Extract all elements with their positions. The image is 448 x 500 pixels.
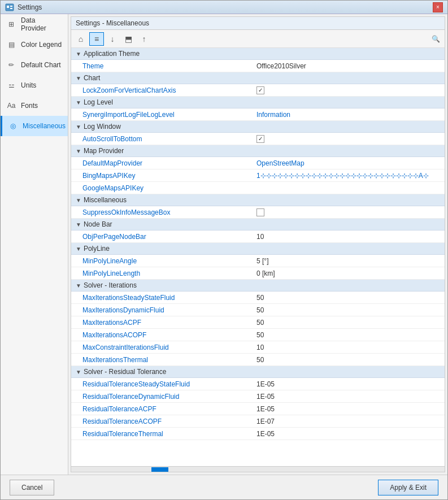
prop-name-maxiterationsdynamicfluid: MaxIterationsDynamicFluid <box>71 305 252 315</box>
table-row: AutoScrollToBottom <box>71 133 445 145</box>
table-row: DefaultMapProviderOpenStreetMap <box>71 157 445 169</box>
table-row: BingMapsAPIKey1⊹⊹⊹⊹⊹⊹⊹⊹⊹⊹⊹⊹⊹⊹⊹⊹⊹⊹⊹⊹⊹⊹⊹⊹⊹… <box>71 169 445 182</box>
section-header-log-window[interactable]: ▼ Log Window <box>71 121 445 133</box>
miscellaneous-icon: ◎ <box>8 121 18 131</box>
section-header-application-theme[interactable]: ▼ Application Theme <box>71 48 445 60</box>
prop-name-defaultmapprovider: DefaultMapProvider <box>71 158 252 168</box>
prop-name-lockzoomforverticalchartaxis: LockZoomForVerticalChartAxis <box>71 85 252 95</box>
prop-value-residualtoleranceacpf: 1E-05 <box>252 404 445 414</box>
prop-name-minpolylinelength: MinPolyLineLength <box>71 268 252 279</box>
toolbar-upload-btn[interactable]: ↑ <box>137 32 151 46</box>
sidebar-item-color-legend[interactable]: ▤ Color Legend <box>1 34 68 55</box>
prop-name-residualtolerancesteadystatefluid: ResidualToleranceSteadyStateFluid <box>71 379 252 389</box>
table-row: MaxIterationsSteadyStateFluid50 <box>71 292 445 304</box>
section-header-solver-iterations[interactable]: ▼ Solver - Iterations <box>71 280 445 292</box>
section-header-poly-line[interactable]: ▼ PolyLine <box>71 243 445 255</box>
title-bar: Settings × <box>1 1 447 14</box>
prop-name-maxiterationsacpf: MaxIterationsACPF <box>71 318 252 328</box>
table-row: MaxIterationsACOPF50 <box>71 329 445 341</box>
settings-title: Settings - Miscellaneous <box>71 17 445 30</box>
sidebar-label-color-legend: Color Legend <box>21 41 62 49</box>
prop-name-maxiterationsacopf: MaxIterationsACOPF <box>71 330 252 340</box>
apply-exit-button[interactable]: Apply & Exit <box>378 480 438 495</box>
section-header-chart[interactable]: ▼ Chart <box>71 72 445 84</box>
prop-checkbox-suppressokinfomessagebox[interactable] <box>252 207 269 218</box>
sidebar: ⊞ Data Provider ▤ Color Legend ✏ Default… <box>1 14 68 475</box>
toolbar-home-btn[interactable]: ⌂ <box>73 32 88 46</box>
sidebar-item-default-chart[interactable]: ✏ Default Chart <box>1 55 68 75</box>
section-header-map-provider[interactable]: ▼ Map Provider <box>71 145 445 157</box>
table-row: ObjPerPageNodeBar10 <box>71 231 445 243</box>
table-row: ResidualToleranceSteadyStateFluid1E-05 <box>71 378 445 390</box>
toolbar-export-btn[interactable]: ⬒ <box>121 32 136 46</box>
section-header-miscellaneous[interactable]: ▼ Miscellaneous <box>71 194 445 206</box>
prop-value-maxiterationsacopf: 50 <box>252 330 445 340</box>
settings-panel: Settings - Miscellaneous ⌂ ≡ ↓ ⬒ ↑ 🔍 ▼ A… <box>71 16 445 472</box>
section-label-log-level: Log Level <box>84 98 113 106</box>
units-icon: ⚍ <box>6 80 16 90</box>
sidebar-item-data-provider[interactable]: ⊞ Data Provider <box>1 14 68 34</box>
toolbar-list-btn[interactable]: ≡ <box>89 32 104 46</box>
prop-name-residualtolerancethermal: ResidualToleranceThermal <box>71 429 252 439</box>
svg-rect-2 <box>10 6 12 7</box>
horizontal-scrollbar[interactable] <box>71 466 445 472</box>
section-label-application-theme: Application Theme <box>84 50 140 58</box>
prop-value-maxiterationsthermal: 50 <box>252 355 445 365</box>
checkbox-display <box>256 135 264 143</box>
prop-value-minpolylinelength: 0 [km] <box>252 268 445 279</box>
prop-value-minpolylineangle: 5 [°] <box>252 256 445 266</box>
sidebar-item-units[interactable]: ⚍ Units <box>1 75 68 95</box>
data-provider-icon: ⊞ <box>6 19 16 29</box>
toolbar-download-btn[interactable]: ↓ <box>105 32 120 46</box>
prop-value-residualtolerancesteadystatefluid: 1E-05 <box>252 379 445 389</box>
main-window: Settings × ⊞ Data Provider ▤ Color Legen… <box>0 0 448 500</box>
prop-value-maxiterationsacpf: 50 <box>252 318 445 328</box>
h-scroll-thumb[interactable] <box>151 467 168 472</box>
prop-name-maxiterationsthermal: MaxIterationsThermal <box>71 355 252 365</box>
close-button[interactable]: × <box>433 2 443 12</box>
sidebar-item-fonts[interactable]: Aa Fonts <box>1 95 68 116</box>
section-label-chart: Chart <box>84 74 100 82</box>
section-header-node-bar[interactable]: ▼ Node Bar <box>71 219 445 231</box>
settings-toolbar: ⌂ ≡ ↓ ⬒ ↑ 🔍 <box>71 30 445 48</box>
sidebar-item-miscellaneous[interactable]: ◎ Miscellaneous <box>1 116 68 136</box>
prop-value-residualtoleranceacopf: 1E-07 <box>252 416 445 427</box>
chevron-icon-miscellaneous: ▼ <box>76 197 81 203</box>
prop-name-residualtolerancedynamicfluid: ResidualToleranceDynamicFluid <box>71 392 252 402</box>
prop-checkbox-lockzoomforverticalchartaxis[interactable] <box>252 85 269 95</box>
table-row: MaxConstraintIterationsFluid10 <box>71 341 445 354</box>
search-button[interactable]: 🔍 <box>429 32 442 46</box>
table-row: ThemeOffice2010Silver <box>71 60 445 72</box>
section-label-log-window: Log Window <box>84 123 121 131</box>
bottom-bar: Cancel Apply & Exit <box>1 475 447 499</box>
prop-name-googlemapsapikey: GoogleMapsAPIKey <box>71 183 252 193</box>
section-header-solver-residual[interactable]: ▼ Solver - Residual Tolerance <box>71 366 445 378</box>
table-row: MaxIterationsDynamicFluid50 <box>71 304 445 316</box>
chevron-icon-node-bar: ▼ <box>76 221 81 228</box>
section-header-log-level[interactable]: ▼ Log Level <box>71 97 445 108</box>
prop-value-maxiterationssteadystatefluid: 50 <box>252 293 445 303</box>
table-row: MaxIterationsACPF50 <box>71 316 445 329</box>
prop-checkbox-autoscrolltobottom[interactable] <box>252 134 269 144</box>
fonts-icon: Aa <box>6 101 16 111</box>
section-label-solver-iterations: Solver - Iterations <box>84 281 137 289</box>
cancel-button[interactable]: Cancel <box>10 480 54 495</box>
table-row: ResidualToleranceThermal1E-05 <box>71 428 445 440</box>
chevron-icon-chart: ▼ <box>76 75 81 81</box>
prop-value-residualtolerancethermal: 1E-05 <box>252 429 445 439</box>
prop-value-objperpagenodebar: 10 <box>252 232 445 242</box>
prop-value-bingmapsapikey: 1⊹⊹⊹⊹⊹⊹⊹⊹⊹⊹⊹⊹⊹⊹⊹⊹⊹⊹⊹⊹⊹⊹⊹⊹⊹⊹⊹⊹A⊹ <box>252 171 445 181</box>
prop-value-googlemapsapikey <box>252 187 445 189</box>
window-icon <box>5 3 14 12</box>
chevron-icon-log-level: ▼ <box>76 99 81 106</box>
prop-name-minpolylineangle: MinPolyLineAngle <box>71 256 252 266</box>
sidebar-label-miscellaneous: Miscellaneous <box>23 122 66 130</box>
prop-value-theme: Office2010Silver <box>252 61 445 71</box>
prop-name-residualtoleranceacopf: ResidualToleranceACOPF <box>71 416 252 427</box>
prop-name-objperpagenodebar: ObjPerPageNodeBar <box>71 232 252 242</box>
settings-body[interactable]: ▼ Application Theme ThemeOffice2010Silve… <box>71 48 445 466</box>
svg-rect-3 <box>10 8 12 9</box>
checkbox-display <box>256 208 264 216</box>
table-row: MaxIterationsThermal50 <box>71 354 445 366</box>
prop-name-theme: Theme <box>71 61 252 71</box>
